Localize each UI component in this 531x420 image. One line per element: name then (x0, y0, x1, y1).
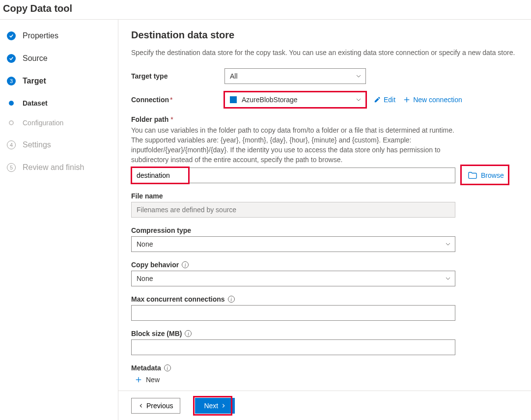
step-number-icon: 3 (7, 77, 16, 85)
wizard-step-label: Settings (16, 140, 51, 149)
previous-button[interactable]: Previous (131, 398, 180, 414)
info-icon[interactable]: i (164, 364, 171, 371)
step-number-icon: 5 (7, 163, 16, 172)
step-number-icon: 4 (7, 140, 16, 149)
azure-blob-icon (230, 96, 237, 103)
wizard-step-target[interactable]: 3 Target (7, 77, 115, 85)
wizard-step-label: Properties (16, 31, 58, 40)
block-size-label: Block size (MB)i (131, 330, 519, 337)
file-name-input (131, 202, 455, 218)
previous-label: Previous (146, 402, 173, 410)
content-panel: Destination data store Specify the desti… (118, 20, 531, 420)
wizard-step-review: 5 Review and finish (7, 163, 115, 172)
copy-behavior-label: Copy behaviori (131, 261, 519, 269)
target-type-label: Target type (131, 72, 224, 80)
chevron-down-icon (445, 275, 451, 283)
chevron-down-icon (445, 241, 451, 249)
wizard-nav: Properties Source 3 Target Dataset Confi… (0, 20, 118, 420)
info-icon[interactable]: i (182, 261, 189, 268)
wizard-step-label: Source (16, 54, 48, 63)
wizard-substep-dataset[interactable]: Dataset (7, 99, 115, 107)
folder-path-help: You can use variables in the folder path… (131, 125, 455, 165)
metadata-label: Metadatai (131, 364, 519, 372)
wizard-step-settings: 4 Settings (7, 140, 115, 149)
compression-label: Compression type (131, 226, 519, 234)
new-connection-label: New connection (413, 96, 462, 104)
chevron-down-icon (356, 73, 362, 81)
dot-icon (9, 101, 14, 106)
wizard-step-properties[interactable]: Properties (7, 31, 115, 40)
page-subtitle: Specify the destination data store for t… (131, 48, 519, 57)
metadata-new-button[interactable]: New (135, 376, 160, 384)
connection-value: AzureBlobStorage (242, 96, 298, 104)
max-conn-input[interactable] (131, 305, 455, 321)
info-icon[interactable]: i (228, 296, 235, 303)
target-type-value: All (230, 72, 238, 80)
new-connection-button[interactable]: New connection (403, 96, 462, 104)
edit-connection-button[interactable]: Edit (374, 96, 395, 104)
folder-path-input[interactable] (131, 168, 455, 183)
hollow-dot-icon (9, 120, 14, 125)
folder-path-label: Folder path* (131, 115, 519, 123)
browse-button[interactable]: Browse (464, 169, 508, 181)
check-icon (7, 31, 16, 40)
chevron-down-icon (356, 96, 362, 104)
compression-select[interactable]: None (131, 236, 455, 252)
wizard-step-source[interactable]: Source (7, 54, 115, 63)
block-size-input[interactable] (131, 339, 455, 355)
wizard-substep-label: Configuration (14, 119, 63, 127)
target-type-select[interactable]: All (224, 68, 366, 84)
browse-label: Browse (481, 171, 504, 179)
info-icon[interactable]: i (185, 330, 192, 337)
file-name-label: File name (131, 192, 519, 200)
connection-select[interactable]: AzureBlobStorage (224, 92, 366, 108)
edit-label: Edit (384, 96, 395, 104)
compression-value: None (137, 240, 153, 248)
footer-bar: Previous Next (118, 391, 531, 420)
wizard-step-label: Target (16, 77, 46, 85)
check-icon (7, 54, 16, 63)
next-label: Next (204, 402, 218, 410)
wizard-step-label: Review and finish (16, 163, 84, 172)
copy-behavior-select[interactable]: None (131, 271, 455, 286)
wizard-substep-label: Dataset (14, 99, 48, 107)
app-title: Copy Data tool (0, 0, 531, 19)
copy-behavior-value: None (137, 275, 153, 282)
page-title: Destination data store (131, 29, 519, 41)
wizard-substep-configuration: Configuration (7, 119, 115, 127)
max-conn-label: Max concurrent connectionsi (131, 295, 519, 303)
next-button[interactable]: Next (195, 398, 235, 414)
connection-label: Connection* (131, 96, 224, 104)
metadata-new-label: New (146, 376, 160, 384)
